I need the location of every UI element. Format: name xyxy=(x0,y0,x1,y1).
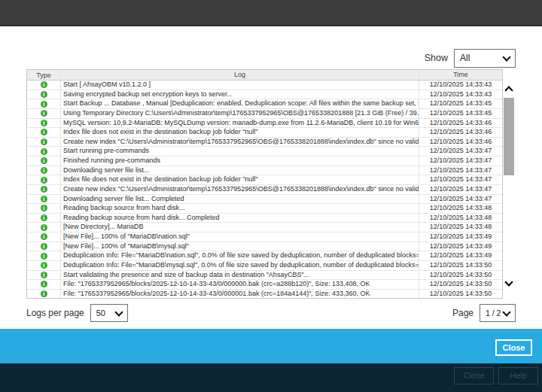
table-row[interactable]: i Start running pre-commands 12/10/2025 … xyxy=(27,147,502,156)
info-icon: i xyxy=(41,272,47,278)
log-text: File: "1765337952965/blocks/2025-12-10-1… xyxy=(61,280,419,289)
info-icon: i xyxy=(41,138,47,145)
log-time: 12/10/2025 14:33:47 xyxy=(419,195,502,204)
log-text: Using Temporary Directory C:\Users\Admin… xyxy=(61,109,419,118)
table-row[interactable]: i Saving encrypted backup set encryption… xyxy=(27,90,502,100)
log-time: 12/10/2025 14:33:47 xyxy=(419,185,502,194)
log-time: 12/10/2025 14:33:49 xyxy=(419,251,502,260)
log-text: Saving encrypted backup set encryption k… xyxy=(61,90,419,99)
log-text: Start Backup ... Database , Manual [Dedu… xyxy=(61,99,419,108)
close-button[interactable]: Close xyxy=(495,339,532,356)
page-label: Page xyxy=(452,308,473,318)
log-time: 12/10/2025 14:33:46 xyxy=(419,128,502,137)
log-text: Index file does not exist in the destina… xyxy=(61,128,419,137)
table-row[interactable]: i Index file does not exist in the desti… xyxy=(27,128,502,138)
info-icon: i xyxy=(41,91,47,98)
app-footer-bar: Close Help xyxy=(0,363,542,392)
log-viewer-dialog: Show All Type Log Time i Start [ AhsayOB… xyxy=(0,0,542,392)
logs-per-page-control: Logs per page 50 xyxy=(26,304,128,322)
info-icon: i xyxy=(41,196,47,202)
log-text: Deduplication Info: File="MariaDB\nation… xyxy=(61,251,419,260)
table-row[interactable]: i Deduplication Info: File="MariaDB\nati… xyxy=(27,251,502,261)
page-control: Page 1 / 2 xyxy=(452,304,516,322)
log-time: 12/10/2025 14:33:47 xyxy=(419,175,502,184)
scroll-up-icon[interactable] xyxy=(505,85,513,93)
table-row[interactable]: i File: "1765337952965/blocks/2025-12-10… xyxy=(27,290,502,298)
table-row[interactable]: i Create new index "C:\Users\Administrat… xyxy=(27,138,502,147)
table-row[interactable]: i Using Temporary Directory C:\Users\Adm… xyxy=(27,109,502,119)
logs-per-page-dropdown[interactable]: 50 xyxy=(90,304,128,322)
info-icon: i xyxy=(41,186,47,193)
window-title-bar xyxy=(0,0,542,26)
info-icon: i xyxy=(41,205,47,211)
log-table-header: Type Log Time xyxy=(27,70,502,81)
log-time: 12/10/2025 14:33:50 xyxy=(419,261,502,270)
log-table: Type Log Time i Start [ AhsayOBM v10.1.2… xyxy=(26,69,503,299)
log-time: 12/10/2025 14:33:48 xyxy=(419,223,502,232)
show-label: Show xyxy=(425,53,448,63)
log-time: 12/10/2025 14:33:47 xyxy=(419,166,502,175)
chevron-down-icon xyxy=(502,53,510,61)
log-text: Reading backup source from hard disk... xyxy=(61,204,419,213)
log-time: 12/10/2025 14:33:49 xyxy=(419,232,502,242)
table-row[interactable]: i Reading backup source from hard disk..… xyxy=(27,204,502,214)
table-row[interactable]: i Create new index "C:\Users\Administrat… xyxy=(27,185,502,195)
scroll-down-icon[interactable] xyxy=(505,279,513,287)
table-row[interactable]: i Reading backup source from hard disk..… xyxy=(27,214,502,223)
log-text: [New File]... 100% of "MariaDB\nation.sq… xyxy=(61,232,419,242)
table-row[interactable]: i Downloading server file list... 12/10/… xyxy=(27,166,502,176)
log-text: Reading backup source from hard disk... … xyxy=(61,214,419,223)
log-text: File: "1765337952965/blocks/2025-12-10-1… xyxy=(61,290,419,298)
page-dropdown[interactable]: 1 / 2 xyxy=(480,304,516,322)
show-dropdown[interactable]: All xyxy=(454,49,516,68)
info-icon: i xyxy=(41,253,47,260)
info-icon: i xyxy=(41,233,47,240)
log-time: 12/10/2025 14:33:43 xyxy=(419,81,502,90)
table-row[interactable]: i Start Backup ... Database , Manual [De… xyxy=(27,99,502,109)
log-text: Start [ AhsayOBM v10.1.2.0 ] xyxy=(61,81,419,90)
info-icon: i xyxy=(41,120,47,126)
log-time: 12/10/2025 14:33:48 xyxy=(419,204,502,213)
log-text: Index file does not exist in the destina… xyxy=(61,175,419,184)
log-text: Downloading server file list... xyxy=(61,166,419,175)
table-row[interactable]: i File: "1765337952965/blocks/2025-12-10… xyxy=(27,280,502,290)
info-icon: i xyxy=(41,214,47,221)
info-icon: i xyxy=(41,167,47,174)
log-text: Deduplication Info: File="MariaDB\mysql.… xyxy=(61,261,419,270)
log-time: 12/10/2025 14:33:49 xyxy=(419,242,502,251)
info-icon: i xyxy=(41,262,47,269)
scrollbar-thumb[interactable] xyxy=(504,98,514,175)
log-text: [New Directory]... MariaDB xyxy=(61,223,419,232)
table-row[interactable]: i Deduplication Info: File="MariaDB\mysq… xyxy=(27,261,502,271)
info-icon: i xyxy=(41,129,47,135)
column-header-log: Log xyxy=(61,70,419,80)
log-time: 12/10/2025 14:33:45 xyxy=(419,99,502,108)
table-row[interactable]: i Index file does not exist in the desti… xyxy=(27,175,502,185)
table-row[interactable]: i [New File]... 100% of "MariaDB\mysql.s… xyxy=(27,242,502,252)
table-row[interactable]: i Finished running pre-commands 12/10/20… xyxy=(27,156,502,166)
page-value: 1 / 2 xyxy=(486,308,501,318)
table-row[interactable]: i [New File]... 100% of "MariaDB\nation.… xyxy=(27,232,502,242)
info-icon: i xyxy=(41,101,47,108)
info-icon: i xyxy=(41,243,47,250)
log-time: 12/10/2025 14:33:47 xyxy=(419,147,502,156)
log-text: MySQL version: 10.9.2-MariaDB; MySQLDump… xyxy=(61,119,419,128)
info-icon: i xyxy=(41,81,47,88)
table-row[interactable]: i [New Directory]... MariaDB 12/10/2025 … xyxy=(27,223,502,232)
info-icon: i xyxy=(41,177,47,184)
table-scrollbar[interactable] xyxy=(503,79,515,299)
log-time: 12/10/2025 14:33:48 xyxy=(419,214,502,223)
table-row[interactable]: i MySQL version: 10.9.2-MariaDB; MySQLDu… xyxy=(27,119,502,129)
log-time: 12/10/2025 14:33:43 xyxy=(419,90,502,99)
info-icon: i xyxy=(41,157,47,164)
log-time: 12/10/2025 14:33:46 xyxy=(419,138,502,147)
log-time: 12/10/2025 14:33:50 xyxy=(419,280,502,289)
info-icon: i xyxy=(41,281,47,287)
table-row[interactable]: i Start [ AhsayOBM v10.1.2.0 ] 12/10/202… xyxy=(27,81,502,90)
table-row[interactable]: i Downloading server file list... Comple… xyxy=(27,195,502,205)
log-time: 12/10/2025 14:33:45 xyxy=(419,109,502,118)
info-icon: i xyxy=(41,224,47,231)
log-table-body: i Start [ AhsayOBM v10.1.2.0 ] 12/10/202… xyxy=(27,81,502,298)
table-row[interactable]: i Start validating the presence and size… xyxy=(27,271,502,281)
log-text: Start running pre-commands xyxy=(61,147,419,156)
